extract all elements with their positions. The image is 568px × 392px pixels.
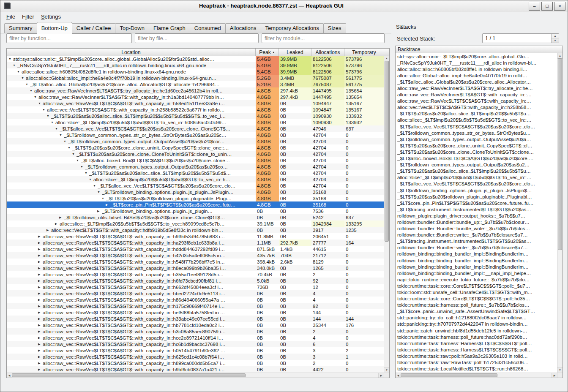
collapsed-arrow-icon[interactable]: ▶ (38, 305, 43, 308)
backtrace-entry[interactable]: rolldown_binding::binding_bundler_impl::… (396, 264, 557, 270)
table-row[interactable]: ▼_$LT$rolldown_common..types..output..Ou… (7, 163, 384, 170)
backtrace-entry[interactable]: std::panic::catch_unwind::hbf8d1d55deb12… (396, 327, 557, 334)
table-row[interactable]: ▶alloc::raw_vec::RawVec$LT$T$C$A$GT$::wi… (7, 265, 384, 271)
scroll-right-icon[interactable]: ▶ (552, 373, 557, 378)
table-row[interactable]: ▼_$LT$alloc..boxed..Box$LT$T$C$A$GT$$u20… (7, 157, 384, 163)
backtrace-entry[interactable]: _$LT$alloc..vec..Vec$LT$T$C$A$GT$$u20$as… (396, 181, 557, 187)
backtrace-entry[interactable]: tokio::runtime::task::harness::poll_futu… (396, 334, 557, 340)
scrollbar-thumb[interactable] (401, 373, 497, 377)
expanded-arrow-icon[interactable]: ▼ (63, 140, 68, 143)
backtrace-entry[interactable]: _RNvCscSpY9Juk0HT_7___rustc11___rdl_allo… (396, 60, 557, 66)
collapsed-arrow-icon[interactable]: ▶ (38, 324, 43, 327)
table-row[interactable]: ▼_$LT$T$u20$as$u20$core..clone..CloneToU… (7, 151, 384, 157)
menu-file[interactable]: File (3, 13, 19, 20)
expanded-arrow-icon[interactable]: ▼ (34, 95, 38, 98)
backtrace-entry[interactable]: tokio::runtime::task::harness::poll_futu… (396, 302, 557, 308)
backtrace-entry[interactable]: alloc::vec::Vec$LT$T$C$A$GT$::with_capac… (396, 104, 557, 111)
expanded-arrow-icon[interactable]: ▼ (30, 89, 34, 92)
table-row[interactable]: ▶alloc::raw_vec::RawVec$LT$T$C$A$GT$::wi… (7, 240, 384, 246)
backtrace-entry[interactable]: _$LT$core..panic..unwind_safe..AssertUnw… (396, 308, 557, 315)
table-row[interactable]: ▶alloc::raw_vec::RawVec$LT$T$C$A$GT$::wi… (7, 284, 384, 290)
backtrace-vertical-scrollbar[interactable]: ▲ ▼ (557, 53, 563, 373)
table-row[interactable]: ▼alloc::slice::_$LT$impl$u20$$u5b$T$u5d$… (7, 176, 384, 182)
tab-caller-callee[interactable]: Caller / Callee (72, 23, 116, 33)
table-row[interactable]: ▼alloc::slice::_$LT$impl$u20$$u5b$T$u5d$… (7, 119, 384, 125)
table-row[interactable]: ▼_$LT$T$u20$as$u20$core..clone..uninit..… (7, 144, 384, 151)
tree-horizontal-scrollbar[interactable]: ◀ ▶ (7, 373, 384, 378)
backtrace-entry[interactable]: rolldown_binding::binding_bundler_impl::… (396, 270, 557, 276)
collapsed-arrow-icon[interactable]: ▶ (38, 235, 43, 238)
collapsed-arrow-icon[interactable]: ▶ (38, 336, 43, 340)
table-row[interactable]: ▶alloc::raw_vec::RawVec$LT$T$C$A$GT$::wi… (7, 322, 384, 328)
backtrace-entry[interactable]: tokio::runtime::task::raw::RawTask::poll… (396, 359, 557, 366)
tab-flame-graph[interactable]: Flame Graph (149, 23, 190, 33)
expanded-arrow-icon[interactable]: ▼ (76, 159, 81, 162)
collapsed-arrow-icon[interactable]: ▶ (38, 286, 43, 289)
table-row[interactable]: ▶_$LT$core..pin..Pin$LT$P$GT$$u20$as$u20… (7, 201, 384, 208)
collapsed-arrow-icon[interactable]: ▶ (38, 330, 43, 333)
selected-stack-spinbox[interactable]: 1 / 1 ▲ ▼ (482, 33, 559, 43)
table-row[interactable]: ▼_$LT$alloc..vec..Vec$LT$T$C$A$GT$$u20$a… (7, 125, 384, 132)
backtrace-entry[interactable]: alloc::raw_vec::RawVec$LT$T$C$A$GT$::wit… (396, 98, 557, 104)
scroll-down-icon[interactable]: ▼ (384, 367, 389, 373)
backtrace-entry[interactable]: _$LT$tracing..instrument..Instrumented$L… (396, 206, 557, 212)
backtrace-entry[interactable]: std::panicking::try::do_call::h121880f2d… (396, 315, 557, 321)
backtrace-entry[interactable]: rolldown::bundler::Bundler::bundle_up::_… (396, 219, 557, 225)
menu-filter[interactable]: Filter (19, 13, 38, 20)
backtrace-entry[interactable]: rolldown::bundler::Bundler::write::_$u7b… (396, 245, 557, 251)
table-row[interactable]: ▶alloc::raw_vec::RawVec$LT$T$C$A$GT$::wi… (7, 252, 384, 259)
collapsed-arrow-icon[interactable]: ▶ (38, 241, 43, 245)
table-row[interactable]: ▶alloc::raw_vec::RawVec$LT$T$C$A$GT$::wi… (7, 354, 384, 360)
filter-module-input[interactable] (262, 33, 385, 43)
table-row[interactable]: ▼_$LT$alloc..vec..Vec$LT$T$C$A$GT$$u20$a… (7, 182, 384, 189)
backtrace-entry[interactable]: alloc::alloc::alloc::h60805bf082d8ffe1 i… (396, 66, 557, 72)
collapsed-arrow-icon[interactable]: ▶ (55, 222, 60, 226)
column-header-leaked[interactable]: Leaked (279, 49, 311, 56)
table-row[interactable]: ▶alloc::raw_vec::RawVec$LT$T$C$A$GT$::wi… (7, 341, 384, 347)
backtrace-entry[interactable]: _$LT$core..pin..Pin$LT$P$GT$$u20$as$u20$… (396, 200, 557, 206)
backtrace-entry[interactable]: _$LT$rolldown_common..types..output..Out… (396, 136, 557, 142)
spin-up-button[interactable]: ▲ (552, 34, 559, 38)
backtrace-entry[interactable]: _$LT$tracing..instrument..Instrumented$L… (396, 238, 557, 245)
table-row[interactable]: ▶alloc::raw_vec::RawVec$LT$T$C$A$GT$::wi… (7, 297, 384, 303)
expanded-arrow-icon[interactable]: ▼ (68, 146, 72, 149)
minimize-button[interactable]: – (529, 2, 540, 11)
collapsed-arrow-icon[interactable]: ▶ (59, 216, 64, 219)
backtrace-entry[interactable]: napi::tokio_runtime::execute_tokio_futur… (396, 276, 557, 283)
table-row[interactable]: ▶alloc::raw_vec::RawVec$LT$T$C$A$GT$::wi… (7, 233, 384, 240)
backtrace-entry[interactable]: rolldown_binding::binding_bundler_impl::… (396, 257, 557, 264)
filter-function-input[interactable] (6, 33, 132, 43)
table-row[interactable]: ▼_$LT$alloc..alloc..Global$u20$as$u20$co… (7, 81, 384, 87)
backtrace-entry[interactable]: tokio::runtime::task::harness::Harness$L… (396, 340, 557, 346)
expanded-arrow-icon[interactable]: ▼ (21, 76, 26, 79)
collapsed-arrow-icon[interactable]: ▶ (38, 273, 43, 276)
backtrace-entry[interactable]: _$LT$T$u20$as$u20$core..clone..CloneToUn… (396, 149, 557, 155)
collapsed-arrow-icon[interactable]: ▶ (38, 355, 43, 359)
table-row[interactable]: ▼_$LT$rolldown_common..types..str_or_byt… (7, 132, 384, 138)
backtrace-entry[interactable]: _$LT$T$u20$as$u20$rolldown_plugin..plugi… (396, 193, 557, 200)
table-row[interactable]: ▶alloc::slice::_$LT$impl$u20$$u5b$T$u5d$… (7, 220, 384, 227)
backtrace-entry[interactable]: rolldown::bundler::Bundler::bundle_write… (396, 226, 557, 232)
backtrace-entry[interactable]: tokio::runtime::task::raw::poll::h5aa9a3… (396, 353, 557, 359)
collapsed-arrow-icon[interactable]: ▶ (38, 267, 43, 270)
close-button[interactable]: × (554, 2, 565, 11)
table-row[interactable]: ▶_$LT$rolldown_utils..bitset..BitSet$u20… (7, 214, 384, 220)
table-row[interactable]: ▶alloc::raw_vec::RawVec$LT$T$C$A$GT$::wi… (7, 246, 384, 252)
collapsed-arrow-icon[interactable]: ▶ (38, 368, 43, 371)
backtrace-entry[interactable]: tokio::runtime::task::core::Core$LT$T$C$… (396, 283, 557, 289)
table-row[interactable]: ▼_$LT$T$u20$as$u20$alloc..slice..$LT$imp… (7, 113, 384, 119)
expanded-arrow-icon[interactable]: ▼ (38, 102, 43, 105)
expanded-arrow-icon[interactable]: ▼ (46, 114, 51, 117)
table-row[interactable]: ▶alloc::raw_vec::RawVec$LT$T$C$A$GT$::wi… (7, 309, 384, 316)
backtrace-entry[interactable]: rolldown::bundler::Bundler::write::_$u7b… (396, 232, 557, 238)
collapsed-arrow-icon[interactable]: ▶ (38, 279, 43, 283)
backtrace-entry[interactable]: rolldown_binding::binding_bundler_impl::… (396, 251, 557, 257)
spin-down-button[interactable]: ▼ (552, 38, 559, 43)
collapsed-arrow-icon[interactable]: ▶ (97, 210, 102, 213)
table-row[interactable]: ▶alloc::raw_vec::RawVec$LT$T$C$A$GT$::wi… (7, 271, 384, 278)
expanded-arrow-icon[interactable]: ▼ (85, 172, 89, 174)
expanded-arrow-icon[interactable]: ▼ (55, 127, 60, 130)
collapsed-arrow-icon[interactable]: ▶ (38, 248, 43, 251)
column-header-temporary[interactable]: Temporary (344, 49, 384, 56)
backtrace-entry[interactable]: tokio::runtime::task::core::Core$LT$T$C$… (396, 296, 557, 302)
